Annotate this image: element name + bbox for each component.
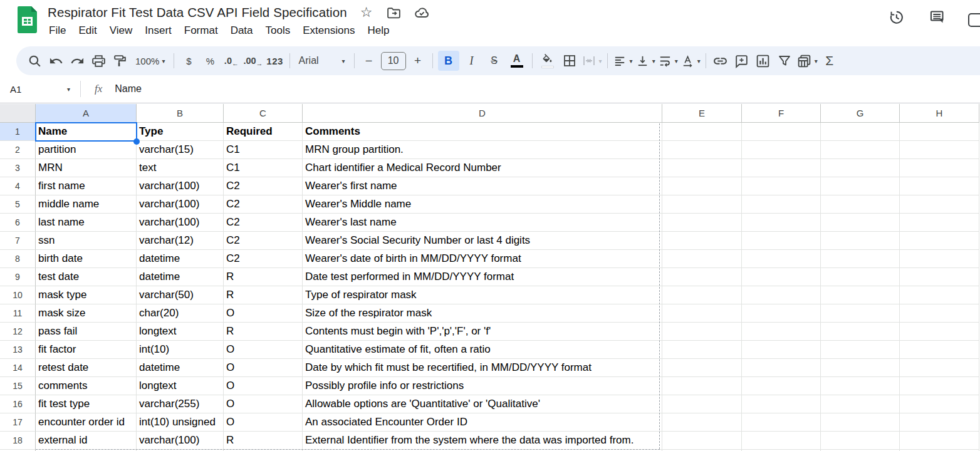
text-color-button[interactable]: A [507, 51, 527, 71]
row-header-18[interactable]: 18 [0, 432, 36, 450]
cell-B5[interactable]: varchar(100) [137, 195, 224, 214]
cell-G14[interactable] [821, 359, 900, 377]
cell-A9[interactable]: test date [36, 268, 137, 286]
cell-F5[interactable] [742, 195, 821, 214]
cell-D16[interactable]: Allowable options are 'Quantitative' or … [303, 395, 662, 413]
cell-B13[interactable]: int(10) [137, 341, 224, 359]
cell-F1[interactable] [742, 123, 821, 141]
cell-G9[interactable] [821, 268, 900, 286]
name-box[interactable]: A1 [0, 84, 70, 95]
cell-B14[interactable]: datetime [137, 359, 224, 377]
cell-D7[interactable]: Wearer's Social Security Number or last … [303, 232, 662, 250]
cell-E12[interactable] [662, 323, 742, 341]
menu-view[interactable]: View [103, 23, 139, 38]
zoom-select[interactable]: 100% [132, 51, 169, 71]
decrease-font-size-button[interactable]: − [360, 51, 378, 71]
cell-H12[interactable] [900, 323, 979, 341]
insert-link-button[interactable] [711, 51, 730, 71]
cell-C1[interactable]: Required [224, 123, 303, 141]
text-wrapping-button[interactable] [658, 51, 678, 71]
cell-E5[interactable] [662, 195, 742, 214]
column-header-E[interactable]: E [662, 104, 742, 123]
cell-E17[interactable] [662, 413, 742, 432]
cell-B7[interactable]: varchar(12) [137, 232, 224, 250]
cell-F7[interactable] [742, 232, 821, 250]
cell-F15[interactable] [742, 377, 821, 395]
cell-C12[interactable]: R [224, 323, 303, 341]
cell-B4[interactable]: varchar(100) [137, 177, 224, 195]
menu-help[interactable]: Help [361, 23, 395, 38]
cell-D11[interactable]: Size of the respirator mask [303, 304, 662, 323]
cell-F14[interactable] [742, 359, 821, 377]
cell-F18[interactable] [742, 432, 821, 450]
row-header-7[interactable]: 7 [0, 232, 36, 250]
cell-G12[interactable] [821, 323, 900, 341]
row-header-12[interactable]: 12 [0, 323, 36, 341]
formula-input[interactable]: Name [115, 83, 142, 95]
column-header-C[interactable]: C [224, 104, 303, 123]
row-header-8[interactable]: 8 [0, 250, 36, 268]
fill-handle[interactable] [133, 138, 140, 145]
cell-D3[interactable]: Chart identifier a Medical Record Number [303, 159, 662, 177]
cell-A3[interactable]: MRN [36, 159, 137, 177]
format-currency-button[interactable]: $ [179, 51, 198, 71]
column-header-A[interactable]: A [36, 104, 137, 123]
cell-C16[interactable]: O [224, 395, 303, 413]
cell-D12[interactable]: Contents must begin with 'P','p','F', or… [303, 323, 662, 341]
cell-H17[interactable] [900, 413, 979, 432]
cell-A8[interactable]: birth date [36, 250, 137, 268]
menu-tools[interactable]: Tools [259, 23, 297, 38]
increase-font-size-button[interactable]: + [409, 51, 427, 71]
cell-H3[interactable] [900, 159, 979, 177]
cell-H14[interactable] [900, 359, 979, 377]
row-header-4[interactable]: 4 [0, 177, 36, 195]
functions-button[interactable]: Σ [820, 51, 839, 71]
cell-E4[interactable] [662, 177, 742, 195]
cell-C17[interactable]: O [224, 413, 303, 432]
cell-F9[interactable] [742, 268, 821, 286]
cell-G2[interactable] [821, 141, 900, 159]
cell-E13[interactable] [662, 341, 742, 359]
row-header-3[interactable]: 3 [0, 159, 36, 177]
cell-H6[interactable] [900, 214, 979, 232]
row-header-16[interactable]: 16 [0, 395, 36, 413]
cell-F13[interactable] [742, 341, 821, 359]
more-formats-button[interactable]: 123 [266, 51, 284, 71]
comments-icon[interactable] [928, 8, 946, 26]
cell-E2[interactable] [662, 141, 742, 159]
cell-D17[interactable]: An associated Encounter Order ID [303, 413, 662, 432]
select-all-corner[interactable] [0, 104, 36, 123]
cell-G16[interactable] [821, 395, 900, 413]
cell-D14[interactable]: Date by which fit must be recertified, i… [303, 359, 662, 377]
cell-C13[interactable]: O [224, 341, 303, 359]
cell-B2[interactable]: varchar(15) [137, 141, 224, 159]
cell-B18[interactable]: varchar(100) [137, 432, 224, 450]
cell-C2[interactable]: C1 [224, 141, 303, 159]
cell-A5[interactable]: middle name [36, 195, 137, 214]
font-family-select[interactable]: Arial [295, 51, 349, 71]
cell-F8[interactable] [742, 250, 821, 268]
cell-F6[interactable] [742, 214, 821, 232]
cell-D6[interactable]: Wearer's last name [303, 214, 662, 232]
cell-A13[interactable]: fit factor [36, 341, 137, 359]
cell-E10[interactable] [662, 286, 742, 304]
cell-A12[interactable]: pass fail [36, 323, 137, 341]
cell-C3[interactable]: C1 [224, 159, 303, 177]
borders-button[interactable] [560, 51, 579, 71]
cell-A11[interactable]: mask size [36, 304, 137, 323]
cell-E15[interactable] [662, 377, 742, 395]
cell-B8[interactable]: datetime [137, 250, 224, 268]
row-header-15[interactable]: 15 [0, 377, 36, 395]
cell-G13[interactable] [821, 341, 900, 359]
row-header-2[interactable]: 2 [0, 141, 36, 159]
cell-D13[interactable]: Quantitative estimate of fit, often a ra… [303, 341, 662, 359]
italic-button[interactable]: I [462, 51, 482, 71]
cell-D18[interactable]: External Identifier from the system wher… [303, 432, 662, 450]
fill-color-button[interactable] [538, 51, 558, 71]
cell-F11[interactable] [742, 304, 821, 323]
insert-chart-button[interactable] [754, 51, 773, 71]
cell-G4[interactable] [821, 177, 900, 195]
cell-B9[interactable]: datetime [137, 268, 224, 286]
cell-F4[interactable] [742, 177, 821, 195]
table-views-button[interactable] [796, 51, 818, 71]
